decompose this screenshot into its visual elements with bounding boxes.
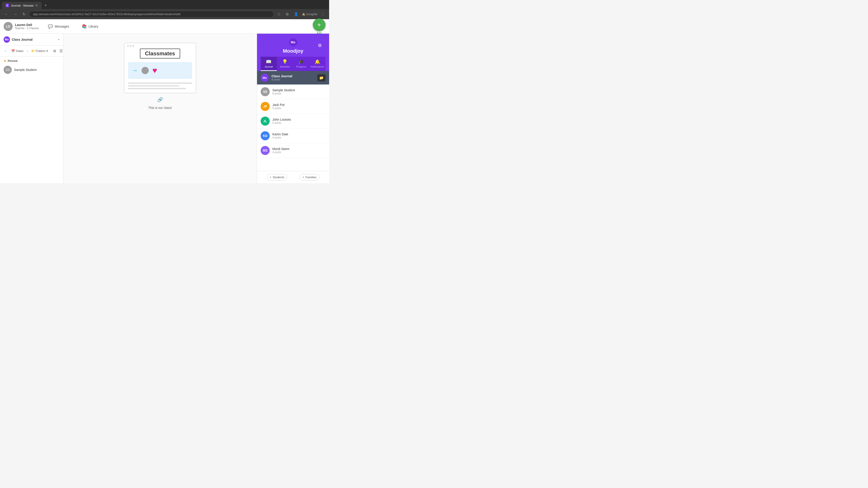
address-url: app.seesaw.me/#/class/class.e01bf4c2-9a2…	[33, 12, 180, 16]
tab-favicon: S	[5, 4, 9, 7]
center-content: Classmates → ♥ 🔗 This is our class!	[63, 34, 257, 183]
browser-nav-bar: ← → ↻ app.seesaw.me/#/class/class.e01bf4…	[0, 9, 329, 19]
student-row-avatar-0: SS	[260, 87, 270, 96]
card-title: Classmates	[140, 48, 180, 59]
student-row-0[interactable]: SS Sample Student 8 posts	[257, 85, 329, 99]
caption-text: This is our class!	[144, 102, 176, 113]
star-icon: ★	[4, 59, 6, 63]
address-bar[interactable]: app.seesaw.me/#/class/class.e01bf4c2-9a2…	[29, 11, 274, 18]
tab-progress[interactable]: 🎓 Progress	[293, 57, 309, 71]
class-selector[interactable]: Mo Class Journal ▾	[0, 34, 63, 46]
incognito-indicator: 🕵 Incognito	[302, 13, 317, 16]
notifications-icon: 🔔	[315, 59, 320, 64]
class-journal-posts: 8 posts	[272, 78, 292, 81]
panel-footer: + Students + Families	[257, 171, 329, 183]
student-row-4[interactable]: MS Mordi Seem 4 posts	[257, 143, 329, 158]
link-icon[interactable]: 🔗	[157, 97, 163, 102]
folder-btn[interactable]: 📁	[317, 74, 326, 81]
user-info: LD Lauren Deli Teacher - 2 Classes	[4, 22, 39, 31]
panel-tabs: 📖 Journal 💡 Activities 🎓 Progress 🔔 Noti…	[260, 57, 326, 71]
class-name: Class Journal	[12, 38, 56, 41]
reload-button[interactable]: ↻	[21, 11, 27, 17]
student-row-avatar-1: JP	[260, 102, 270, 111]
settings-button[interactable]: ⚙	[318, 43, 322, 48]
bookmark-button[interactable]: ☆	[276, 11, 282, 17]
forward-button[interactable]: →	[12, 11, 19, 17]
student-row-posts-3: 4 posts	[272, 136, 288, 139]
pinned-section: ★ Pinned	[0, 57, 63, 64]
families-button[interactable]: + Families	[300, 174, 319, 181]
student-row-3[interactable]: KD Karen Dale 4 posts	[257, 129, 329, 143]
toolbar: ‹ 📅 Dates › 📁 Folders ▾ ⧉ ☰ ⊞	[0, 46, 63, 57]
active-tab[interactable]: S Journal - Seesaw ✕	[2, 2, 41, 9]
card-dots	[124, 43, 196, 48]
right-panel: Mo Moodjoy ⚙ 📖 Journal 💡 Activities	[257, 34, 329, 183]
student-row-posts-0: 8 posts	[272, 92, 295, 95]
student-avatar: SS	[4, 66, 12, 74]
tab-bar: S Journal - Seesaw ✕ +	[0, 0, 329, 9]
extensions-button[interactable]: ⧉	[284, 11, 290, 17]
student-row-text-0: Sample Student 8 posts	[272, 88, 295, 95]
student-rows: SS Sample Student 8 posts JP Jack Pot 5 …	[257, 85, 329, 158]
students-button[interactable]: + Students	[267, 174, 287, 181]
mo-badge: Mo	[289, 38, 297, 46]
families-plus-icon: +	[303, 175, 304, 179]
menu-button[interactable]: ⋮	[319, 11, 327, 17]
student-row-2[interactable]: JL John Louises 5 posts	[257, 114, 329, 129]
add-button[interactable]: +	[313, 19, 326, 31]
dates-button[interactable]: 📅 Dates	[9, 48, 26, 54]
filter-button[interactable]: ⧉	[52, 48, 57, 55]
student-row-posts-1: 5 posts	[272, 107, 285, 110]
add-btn-wrapper: + Add	[313, 19, 326, 34]
student-list: SS Sample Student	[0, 64, 63, 183]
tab-close-button[interactable]: ✕	[35, 4, 38, 7]
students-label: Students	[273, 175, 284, 179]
tab-notifications[interactable]: 🔔 Notifications	[309, 57, 326, 71]
app-container: LD Lauren Deli Teacher - 2 Classes 💬 Mes…	[0, 19, 329, 183]
student-row-name-0: Sample Student	[272, 88, 295, 92]
student-row-text-2: John Louises 5 posts	[272, 118, 291, 125]
user-name: Lauren Deli	[15, 23, 39, 27]
messages-label: Messages	[55, 25, 69, 28]
folder-action-button[interactable]: 📁	[317, 74, 326, 81]
tab-activities[interactable]: 💡 Activities	[277, 57, 293, 71]
arrow-right-icon: →	[131, 67, 138, 74]
student-item[interactable]: SS Sample Student	[0, 64, 63, 76]
library-button[interactable]: 📚 Library	[78, 22, 102, 31]
student-row-text-4: Mordi Seem 4 posts	[272, 147, 289, 154]
student-row-avatar-3: KD	[260, 131, 270, 140]
pinned-label: ★ Pinned	[4, 59, 59, 63]
calendar-icon: 📅	[11, 49, 15, 53]
user-role: Teacher - 2 Classes	[15, 27, 39, 30]
progress-icon: 🎓	[298, 59, 304, 64]
dot-3	[132, 45, 134, 47]
chevron-down-icon: ▾	[58, 38, 59, 41]
card-title-area: Classmates	[124, 48, 196, 60]
main-content: Mo Class Journal ▾ ‹ 📅 Dates › 📁 Folders…	[0, 34, 329, 183]
messages-button[interactable]: 💬 Messages	[44, 22, 73, 31]
folders-button[interactable]: 📁 Folders ▾	[29, 48, 50, 54]
classmates-card: Classmates → ♥	[124, 43, 196, 93]
back-button[interactable]: ←	[3, 11, 10, 17]
new-tab-button[interactable]: +	[42, 2, 49, 9]
left-sidebar: Mo Class Journal ▾ ‹ 📅 Dates › 📁 Folders…	[0, 34, 63, 183]
right-panel-header: Mo Moodjoy ⚙ 📖 Journal 💡 Activities	[257, 34, 329, 71]
class-journal-row[interactable]: Mo Class Journal 8 posts 📁	[257, 71, 329, 85]
class-journal-text: Class Journal 8 posts	[272, 74, 292, 81]
profile-button[interactable]: 👤	[292, 11, 300, 17]
folder-icon: 📁	[31, 49, 35, 53]
back-nav-button[interactable]: ‹	[3, 48, 8, 54]
student-row-avatar-4: MS	[260, 146, 270, 155]
card-line-2	[128, 85, 179, 87]
class-journal-title: Class Journal	[272, 74, 292, 78]
folder-arrow-icon: ▾	[46, 49, 48, 53]
student-row-name-4: Mordi Seem	[272, 147, 289, 151]
student-row-posts-4: 4 posts	[272, 151, 289, 154]
student-row-1[interactable]: JP Jack Pot 5 posts	[257, 99, 329, 114]
student-row-name-3: Karen Dale	[272, 132, 288, 136]
card-lines	[124, 83, 196, 93]
heart-icon: ♥	[152, 66, 157, 75]
tab-journal[interactable]: 📖 Journal	[260, 57, 277, 71]
tab-title: Journal - Seesaw	[11, 4, 33, 7]
library-icon: 📚	[82, 24, 87, 29]
